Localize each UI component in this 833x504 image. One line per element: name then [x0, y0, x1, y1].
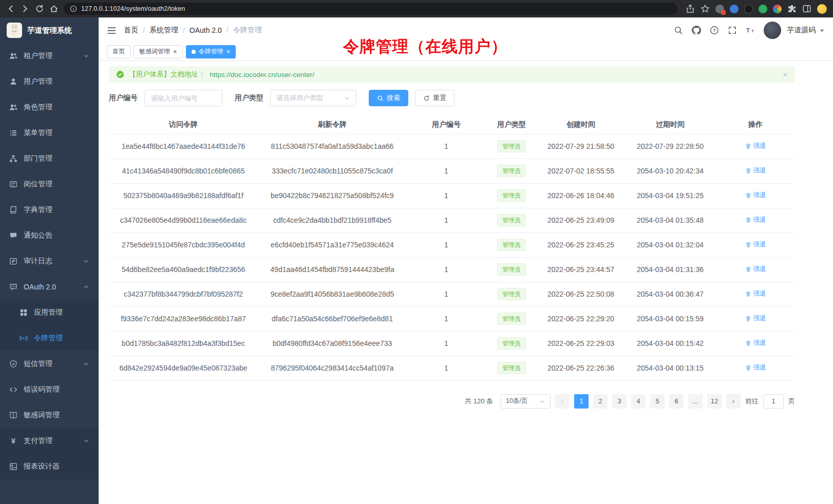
goto-unit: 页 — [788, 397, 795, 406]
sidebar-item-15[interactable]: ¥支付管理 — [0, 428, 99, 454]
puzzle-extensions-icon[interactable] — [787, 4, 797, 13]
search-button[interactable]: 搜索 — [369, 90, 408, 106]
page-button-6[interactable]: 6 — [669, 394, 684, 409]
expire-time-cell: 2054-03-04 01:31:36 — [624, 257, 716, 282]
force-logout-button[interactable]: 强退 — [745, 289, 766, 298]
caret-down-icon[interactable] — [819, 28, 825, 33]
breadcrumb-item-0[interactable]: 首页 — [124, 26, 138, 35]
sidebar-item-16[interactable]: 报表设计器 — [0, 454, 99, 479]
page-button-12[interactable]: 12 — [707, 394, 722, 409]
extension-icon[interactable] — [715, 5, 724, 13]
column-header-4: 创建时间 — [537, 115, 624, 134]
force-logout-button[interactable]: 强退 — [745, 191, 766, 200]
total-count: 共 120 条 — [465, 397, 493, 406]
sidebar-item-6[interactable]: 字典管理 — [0, 197, 99, 223]
split-view-icon[interactable] — [802, 4, 811, 13]
address-bar[interactable]: 127.0.0.1:1024/system/oauth2/token — [64, 3, 677, 15]
force-logout-button[interactable]: 强退 — [745, 265, 766, 274]
chevron-down-icon — [83, 361, 89, 367]
browser-profile-avatar[interactable] — [817, 4, 827, 14]
sidebar-item-10[interactable]: 应用管理 — [0, 300, 99, 325]
force-logout-button[interactable]: 强退 — [745, 314, 766, 323]
share-icon[interactable] — [686, 4, 695, 13]
sidebar-item-13[interactable]: 错误码管理 — [0, 377, 99, 402]
access-token-cell: f9336e7c7dd242a283ee98dc86b17a87 — [109, 306, 258, 331]
reload-icon[interactable] — [35, 4, 44, 13]
extension-icon[interactable] — [773, 5, 782, 13]
sidebar-item-1[interactable]: 用户管理 — [0, 69, 99, 94]
force-logout-button[interactable]: 强退 — [745, 339, 766, 347]
next-page-button[interactable]: › — [726, 394, 741, 409]
breadcrumb-item-1[interactable]: 系统管理 — [149, 26, 178, 35]
force-logout-button[interactable]: 强退 — [745, 216, 766, 224]
access-token-cell: 41c41346a548490f9dc8b01c6bfe0865 — [109, 159, 258, 183]
svg-text:T: T — [751, 29, 754, 34]
user-type-select[interactable]: 请选择用户类型 — [270, 90, 356, 106]
close-tab-icon[interactable]: × — [173, 48, 177, 55]
site-info-icon[interactable] — [70, 5, 77, 12]
page-content: 【用户体系】文档地址： https://doc.iocoder.cn/user-… — [99, 60, 833, 504]
sidebar-item-5[interactable]: 岗位管理 — [0, 171, 99, 197]
sidebar-item-9[interactable]: OAuth 2.0 — [0, 274, 99, 300]
expire-time-cell: 2054-03-04 00:13:15 — [624, 356, 716, 380]
search-icon[interactable] — [674, 26, 683, 35]
sidebar-item-12[interactable]: 短信管理 — [0, 351, 99, 377]
page-more-button[interactable]: ... — [688, 394, 703, 409]
page-button-5[interactable]: 5 — [650, 394, 665, 409]
expire-time-cell: 2022-07-29 22:28:50 — [624, 134, 716, 159]
logo-image — [7, 23, 22, 38]
create-time-cell: 2022-06-25 22:29:20 — [537, 306, 624, 331]
help-icon[interactable]: ? — [710, 26, 719, 35]
create-time-cell: 2022-06-25 23:45:25 — [537, 232, 624, 257]
breadcrumb-item-2[interactable]: OAuth 2.0 — [190, 26, 222, 34]
force-logout-button[interactable]: 强退 — [745, 240, 766, 249]
close-tab-icon[interactable]: × — [226, 48, 231, 55]
sidebar-item-14[interactable]: 敏感词管理 — [0, 402, 99, 428]
page-button-3[interactable]: 3 — [612, 394, 627, 409]
collapse-sidebar-icon[interactable] — [107, 26, 117, 35]
refresh-token-cell: dfa6c71a50a54c66bef706ef9e6e8d81 — [258, 306, 407, 331]
page-button-2[interactable]: 2 — [593, 394, 608, 409]
back-icon[interactable] — [6, 4, 15, 13]
app-logo[interactable]: 芋道管理系统 — [0, 17, 99, 43]
sensitive-icon — [9, 411, 17, 419]
sidebar-item-4[interactable]: 部门管理 — [0, 146, 99, 171]
user-id-input[interactable] — [144, 90, 222, 106]
tab-2[interactable]: 令牌管理× — [186, 45, 236, 59]
home-icon[interactable] — [49, 4, 59, 13]
sidebar-item-label: 错误码管理 — [24, 385, 60, 394]
page-size-select[interactable]: 10条/页 — [501, 394, 551, 409]
extension-icon[interactable] — [730, 5, 739, 13]
force-logout-button[interactable]: 强退 — [745, 142, 766, 150]
page-button-4[interactable]: 4 — [631, 394, 646, 409]
sidebar-item-8[interactable]: 审计日志 — [0, 248, 99, 274]
goto-page-input[interactable] — [763, 394, 784, 409]
reset-button[interactable]: 重置 — [415, 90, 455, 106]
doc-link[interactable]: https://doc.iocoder.cn/user-center/ — [210, 71, 314, 79]
close-alert-icon[interactable]: × — [783, 70, 788, 79]
github-icon[interactable] — [692, 26, 701, 35]
font-size-icon[interactable]: TT — [746, 26, 755, 35]
sidebar-item-11[interactable]: 令牌管理 — [0, 325, 99, 351]
create-time-cell: 2022-07-02 18:55:55 — [537, 159, 624, 183]
username[interactable]: 芋道源码 — [787, 26, 816, 35]
sidebar-item-3[interactable]: 菜单管理 — [0, 120, 99, 146]
bookmark-star-icon[interactable] — [701, 4, 710, 13]
prev-page-button[interactable]: ‹ — [555, 394, 570, 409]
sidebar-item-label: 角色管理 — [24, 103, 52, 112]
sidebar-item-0[interactable]: 租户管理 — [0, 43, 99, 69]
menu-icon — [9, 129, 17, 137]
force-logout-button[interactable]: 强退 — [745, 363, 766, 372]
create-time-cell: 2022-06-25 22:50:08 — [537, 282, 624, 306]
tab-0[interactable]: 首页 — [107, 45, 130, 59]
page-button-1[interactable]: 1 — [574, 394, 589, 409]
tab-1[interactable]: 敏感词管理× — [134, 45, 183, 59]
force-logout-button[interactable]: 强退 — [745, 166, 766, 175]
forward-icon[interactable] — [21, 4, 30, 13]
sidebar-item-2[interactable]: 角色管理 — [0, 94, 99, 120]
extension-icon[interactable] — [759, 5, 767, 13]
extension-icon[interactable] — [744, 5, 753, 13]
sidebar-item-7[interactable]: 通知公告 — [0, 223, 99, 248]
fullscreen-icon[interactable] — [728, 26, 737, 35]
user-avatar[interactable] — [764, 22, 781, 39]
